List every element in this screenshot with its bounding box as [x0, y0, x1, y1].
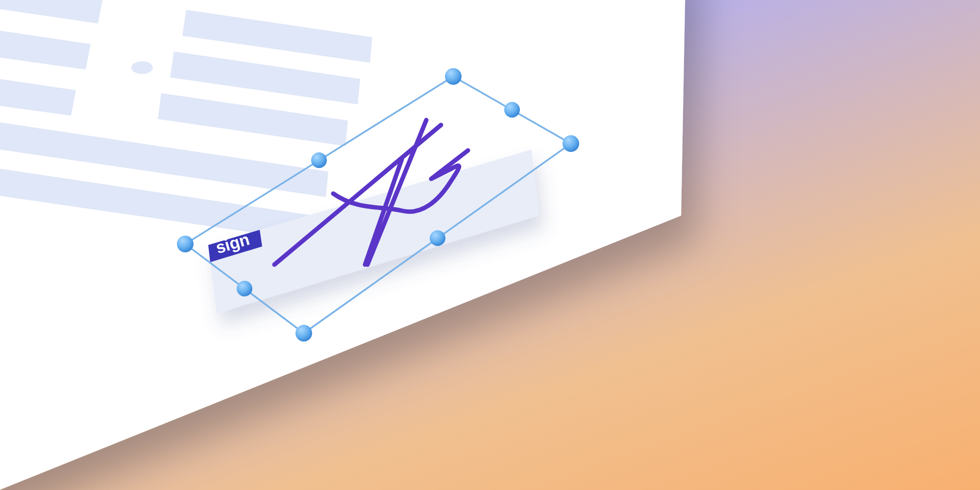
handle-top-mid[interactable]: [504, 102, 520, 118]
isometric-scene: sign: [0, 0, 980, 490]
handle-top-right[interactable]: [563, 135, 579, 152]
handle-right-mid[interactable]: [430, 230, 445, 246]
scene-svg: sign: [0, 0, 980, 490]
handle-bottom-right[interactable]: [295, 325, 312, 342]
handle-top-left[interactable]: [445, 68, 462, 85]
handle-bottom-mid[interactable]: [237, 281, 252, 296]
handle-left-mid[interactable]: [311, 152, 327, 168]
handle-bottom-left[interactable]: [177, 236, 194, 252]
svg-point-4: [131, 61, 153, 74]
